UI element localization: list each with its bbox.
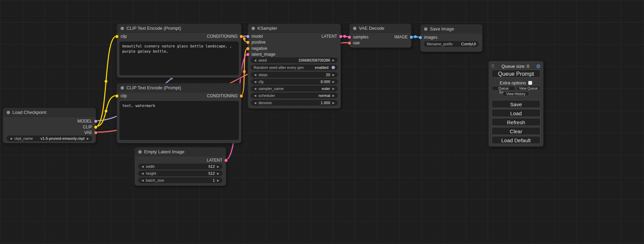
- decrement-arrow-icon[interactable]: [254, 73, 257, 76]
- image-port-dot[interactable]: [419, 36, 422, 39]
- height-widget[interactable]: height 512: [138, 171, 222, 176]
- image-port-dot[interactable]: [410, 36, 413, 39]
- model-port-dot[interactable]: [94, 120, 97, 123]
- collapse-dot-icon[interactable]: [7, 111, 10, 114]
- node-header[interactable]: CLIP Text Encode (Prompt): [117, 24, 241, 33]
- decrement-arrow-icon[interactable]: [141, 165, 144, 168]
- decrement-arrow-icon[interactable]: [254, 101, 257, 105]
- queue-front-button[interactable]: Queue Front: [492, 86, 515, 91]
- input-port-clip[interactable]: clip: [115, 93, 127, 99]
- increment-arrow-icon[interactable]: [332, 73, 335, 76]
- input-port-model[interactable]: model: [246, 34, 263, 39]
- increment-arrow-icon[interactable]: [332, 101, 335, 105]
- node-header[interactable]: CLIP Text Encode (Prompt): [117, 83, 241, 92]
- output-port-vae[interactable]: VAE: [84, 130, 97, 135]
- latent-port-dot[interactable]: [246, 53, 249, 56]
- node-empty-latent-image[interactable]: Empty Latent Image LATENT width 512 heig…: [134, 147, 226, 186]
- filename-prefix-widget[interactable]: filename_prefix ComfyUI: [424, 41, 479, 47]
- collapse-dot-icon[interactable]: [121, 86, 124, 90]
- increment-arrow-icon[interactable]: [332, 94, 335, 97]
- collapse-dot-icon[interactable]: [424, 27, 427, 31]
- collapse-dot-icon[interactable]: [252, 27, 255, 30]
- load-button[interactable]: Load: [492, 109, 540, 117]
- decrement-arrow-icon[interactable]: [254, 94, 257, 97]
- output-port-conditioning[interactable]: CONDITIONING: [207, 93, 243, 99]
- increment-arrow-icon[interactable]: [86, 137, 89, 140]
- batch-size-widget[interactable]: batch_size 1: [138, 178, 222, 183]
- view-queue-button[interactable]: View Queue: [517, 86, 540, 91]
- random-seed-toggle-widget[interactable]: Random seed after every gen enabled: [251, 65, 338, 70]
- node-header[interactable]: Empty Latent Image: [135, 147, 226, 156]
- input-port-images[interactable]: images: [419, 35, 438, 40]
- input-port-clip[interactable]: clip: [115, 34, 127, 39]
- latent-port-dot[interactable]: [224, 159, 228, 162]
- node-load-checkpoint[interactable]: Load Checkpoint MODEL CLIP VAE ckpt_name…: [3, 108, 96, 143]
- output-port-latent[interactable]: LATENT: [207, 157, 228, 163]
- node-header[interactable]: VAE Decode: [350, 24, 411, 33]
- increment-arrow-icon[interactable]: [332, 80, 335, 83]
- positive-prompt-textarea[interactable]: beautiful scenery nature glass bottle la…: [120, 42, 239, 75]
- refresh-button[interactable]: Refresh: [492, 118, 540, 126]
- decrement-arrow-icon[interactable]: [141, 172, 144, 175]
- output-port-clip[interactable]: CLIP: [83, 124, 97, 130]
- input-port-samples[interactable]: samples: [348, 34, 369, 40]
- cfg-widget[interactable]: cfg 8.000: [251, 79, 338, 84]
- decrement-arrow-icon[interactable]: [254, 59, 257, 62]
- clip-port-dot[interactable]: [94, 126, 97, 129]
- vae-port-dot[interactable]: [348, 42, 351, 45]
- view-history-button[interactable]: View History: [503, 91, 529, 96]
- input-port-latent-image[interactable]: latent_image: [246, 52, 275, 57]
- steps-widget[interactable]: steps 20: [251, 72, 338, 78]
- model-port-dot[interactable]: [246, 35, 249, 38]
- output-port-image[interactable]: IMAGE: [394, 34, 413, 40]
- negative-prompt-textarea[interactable]: text, watermark: [120, 101, 239, 140]
- collapse-dot-icon[interactable]: [353, 27, 356, 30]
- seed-widget[interactable]: seed 156680208700286: [251, 57, 338, 63]
- load-default-button[interactable]: Load Default: [492, 136, 540, 144]
- queue-prompt-button[interactable]: Queue Prompt: [492, 70, 540, 78]
- latent-port-dot[interactable]: [348, 36, 351, 39]
- collapse-dot-icon[interactable]: [138, 150, 142, 154]
- vae-port-dot[interactable]: [94, 131, 97, 134]
- conditioning-port-dot[interactable]: [246, 41, 249, 44]
- input-port-positive[interactable]: positive: [246, 39, 266, 45]
- ckpt-name-widget[interactable]: ckpt_name v1-5-pruned-emaonly.ckpt: [7, 136, 92, 141]
- drag-handle-icon[interactable]: [491, 64, 495, 69]
- scheduler-widget[interactable]: scheduler normal: [251, 93, 338, 98]
- increment-arrow-icon[interactable]: [217, 179, 220, 182]
- clip-port-dot[interactable]: [115, 35, 118, 38]
- denoise-widget[interactable]: denoise 1.000: [251, 100, 338, 106]
- toggle-icon[interactable]: [332, 66, 335, 69]
- latent-port-dot[interactable]: [339, 35, 342, 38]
- increment-arrow-icon[interactable]: [217, 165, 220, 168]
- node-header[interactable]: Save Image: [421, 25, 482, 34]
- input-port-negative[interactable]: negative: [246, 46, 267, 51]
- increment-arrow-icon[interactable]: [332, 87, 335, 90]
- output-port-model[interactable]: MODEL: [77, 118, 97, 124]
- decrement-arrow-icon[interactable]: [9, 137, 12, 140]
- clip-port-dot[interactable]: [115, 94, 118, 98]
- node-ksampler[interactable]: KSampler model positive negative latent_…: [248, 24, 341, 109]
- collapse-dot-icon[interactable]: [121, 27, 124, 30]
- node-graph-canvas[interactable]: Load Checkpoint MODEL CLIP VAE ckpt_name…: [0, 0, 644, 244]
- increment-arrow-icon[interactable]: [332, 59, 335, 62]
- conditioning-port-dot[interactable]: [240, 94, 243, 98]
- decrement-arrow-icon[interactable]: [141, 179, 144, 182]
- settings-gear-icon[interactable]: [536, 64, 541, 69]
- node-header[interactable]: Load Checkpoint: [3, 108, 96, 117]
- node-save-image[interactable]: Save Image images filename_prefix ComfyU…: [420, 24, 483, 52]
- sampler-name-widget[interactable]: sampler_name euler: [251, 86, 338, 91]
- input-port-vae[interactable]: vae: [348, 40, 360, 46]
- conditioning-port-dot[interactable]: [246, 47, 249, 50]
- save-button[interactable]: Save: [492, 100, 540, 108]
- node-header[interactable]: KSampler: [248, 24, 341, 33]
- increment-arrow-icon[interactable]: [217, 172, 220, 175]
- width-widget[interactable]: width 512: [138, 164, 222, 169]
- extra-options-checkbox[interactable]: [528, 81, 532, 85]
- conditioning-port-dot[interactable]: [240, 35, 243, 38]
- decrement-arrow-icon[interactable]: [254, 80, 257, 83]
- decrement-arrow-icon[interactable]: [254, 87, 257, 90]
- output-port-conditioning[interactable]: CONDITIONING: [207, 34, 243, 39]
- clear-button[interactable]: Clear: [492, 127, 540, 135]
- output-port-latent[interactable]: LATENT: [321, 34, 342, 39]
